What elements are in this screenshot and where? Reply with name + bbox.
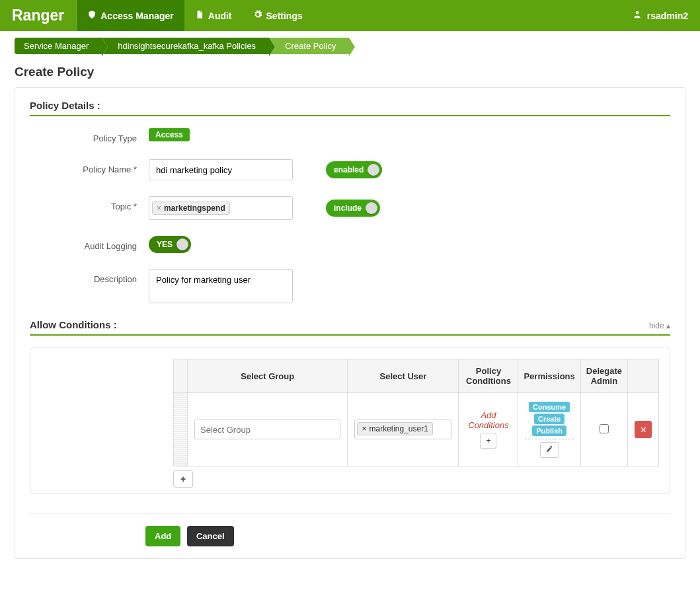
permissions-group: Consume Create Publish bbox=[525, 401, 573, 439]
nav-audit[interactable]: Audit bbox=[184, 0, 243, 31]
col-delegate-admin: Delegate Admin bbox=[580, 359, 627, 393]
description-input[interactable]: Policy for marketing user bbox=[149, 269, 293, 303]
toggle-label: include bbox=[334, 203, 362, 213]
crumb-service-manager[interactable]: Service Manager bbox=[15, 38, 102, 54]
delete-row-button[interactable]: ✕ bbox=[635, 421, 652, 438]
user-menu[interactable]: rsadmin2 bbox=[621, 0, 700, 31]
audit-toggle[interactable]: YES bbox=[149, 236, 191, 253]
col-policy-conditions: Policy Conditions bbox=[459, 359, 518, 393]
topic-tag[interactable]: × marketingspend bbox=[152, 202, 230, 215]
delegate-admin-checkbox[interactable] bbox=[600, 424, 609, 433]
username: rsadmin2 bbox=[647, 11, 688, 21]
policy-name-input[interactable] bbox=[149, 159, 293, 180]
crumb-create-policy[interactable]: Create Policy bbox=[269, 38, 349, 54]
select-group-input[interactable] bbox=[194, 420, 340, 439]
pencil-icon bbox=[546, 445, 553, 453]
toggle-knob bbox=[176, 239, 188, 250]
close-icon[interactable]: × bbox=[362, 424, 366, 433]
permission-tag: Create bbox=[534, 414, 564, 424]
select-user-input[interactable]: × marketing_user1 bbox=[354, 420, 451, 439]
label-topic: Topic * bbox=[30, 196, 149, 211]
nav-settings[interactable]: Settings bbox=[243, 0, 313, 31]
crumb-policies[interactable]: hdinsightsecurekafka_kafka Policies bbox=[102, 38, 269, 54]
page-title: Create Policy bbox=[0, 61, 700, 87]
brand-logo: Ranger bbox=[0, 0, 77, 31]
permission-tag: Publish bbox=[532, 425, 566, 436]
toggle-knob bbox=[368, 164, 379, 176]
nav-label: Access Manager bbox=[100, 11, 174, 21]
conditions-panel: Select Group Select User Policy Conditio… bbox=[30, 348, 670, 494]
cancel-button[interactable]: Cancel bbox=[187, 526, 234, 546]
hide-link[interactable]: hide ▴ bbox=[649, 321, 670, 330]
col-select-user: Select User bbox=[348, 359, 459, 393]
footer-actions: Add Cancel bbox=[30, 513, 670, 546]
token-text: marketing_user1 bbox=[369, 424, 428, 433]
tag-text: marketingspend bbox=[164, 203, 225, 213]
col-select-group: Select Group bbox=[188, 359, 348, 393]
conditions-table: Select Group Select User Policy Conditio… bbox=[173, 359, 659, 466]
add-button[interactable]: Add bbox=[145, 526, 180, 546]
label-audit-logging: Audit Logging bbox=[30, 236, 149, 251]
policy-type-badge: Access bbox=[149, 128, 190, 141]
add-conditions-link[interactable]: Add Conditions bbox=[465, 410, 511, 430]
table-row: × marketing_user1 Add Conditions + Cons bbox=[174, 393, 659, 466]
user-icon bbox=[633, 10, 642, 21]
shield-icon bbox=[87, 10, 97, 21]
user-token[interactable]: × marketing_user1 bbox=[357, 422, 432, 435]
document-icon bbox=[195, 10, 204, 21]
close-icon[interactable]: × bbox=[157, 203, 161, 213]
gear-icon bbox=[253, 10, 262, 21]
breadcrumb: Service Manager hdinsightsecurekafka_kaf… bbox=[0, 31, 700, 61]
label-policy-name: Policy Name * bbox=[30, 159, 149, 174]
section-allow-conditions: Allow Conditions : bbox=[30, 319, 117, 330]
include-toggle[interactable]: include bbox=[326, 200, 380, 217]
svg-point-0 bbox=[635, 11, 639, 15]
main-panel: Policy Details : Policy Type Access Poli… bbox=[15, 87, 685, 559]
add-row-button[interactable]: + bbox=[173, 470, 193, 488]
chevron-up-icon: ▴ bbox=[666, 321, 670, 330]
topic-input[interactable]: × marketingspend bbox=[149, 196, 293, 220]
top-nav: Ranger Access Manager Audit Settings rsa… bbox=[0, 0, 700, 31]
label-description: Description bbox=[30, 269, 149, 284]
nav-access-manager[interactable]: Access Manager bbox=[77, 0, 184, 31]
add-condition-button[interactable]: + bbox=[480, 433, 496, 449]
label-policy-type: Policy Type bbox=[30, 128, 149, 143]
permission-tag: Consume bbox=[529, 402, 570, 412]
edit-permissions-button[interactable] bbox=[540, 442, 559, 458]
toggle-label: YES bbox=[157, 240, 173, 249]
enabled-toggle[interactable]: enabled bbox=[326, 161, 382, 178]
toggle-knob bbox=[366, 202, 377, 214]
close-icon: ✕ bbox=[640, 425, 647, 435]
nav-label: Audit bbox=[208, 11, 232, 21]
drag-handle[interactable] bbox=[174, 393, 188, 466]
col-permissions: Permissions bbox=[518, 359, 580, 393]
toggle-label: enabled bbox=[334, 165, 364, 174]
section-policy-details: Policy Details : bbox=[30, 100, 670, 116]
nav-label: Settings bbox=[266, 11, 303, 21]
